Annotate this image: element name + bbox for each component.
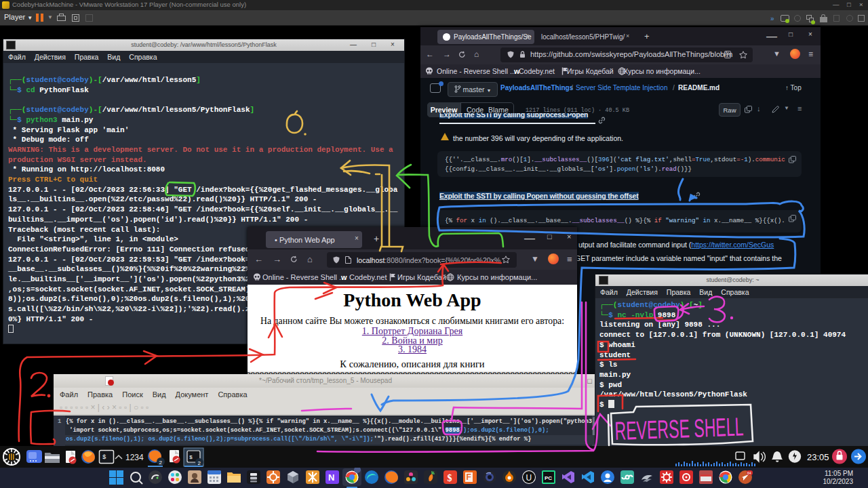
svg-text:REVERSE SHELL: REVERSE SHELL (614, 412, 744, 445)
